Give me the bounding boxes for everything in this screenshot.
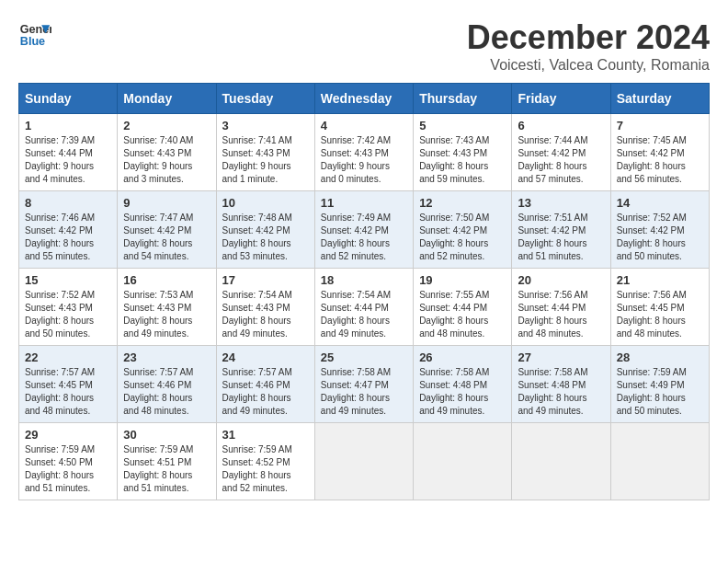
calendar-cell: 19Sunrise: 7:55 AM Sunset: 4:44 PM Dayli… bbox=[414, 269, 512, 346]
svg-text:Blue: Blue bbox=[20, 35, 45, 48]
calendar-cell: 11Sunrise: 7:49 AM Sunset: 4:42 PM Dayli… bbox=[314, 191, 413, 269]
weekday-header: Saturday bbox=[610, 84, 709, 114]
calendar-cell: 15Sunrise: 7:52 AM Sunset: 4:43 PM Dayli… bbox=[19, 269, 118, 346]
calendar-cell: 27Sunrise: 7:58 AM Sunset: 4:48 PM Dayli… bbox=[512, 346, 610, 423]
day-info: Sunrise: 7:58 AM Sunset: 4:48 PM Dayligh… bbox=[518, 366, 604, 418]
calendar-cell: 25Sunrise: 7:58 AM Sunset: 4:47 PM Dayli… bbox=[314, 346, 413, 423]
day-info: Sunrise: 7:53 AM Sunset: 4:43 PM Dayligh… bbox=[123, 289, 210, 340]
calendar-cell: 12Sunrise: 7:50 AM Sunset: 4:42 PM Dayli… bbox=[414, 191, 512, 269]
day-info: Sunrise: 7:57 AM Sunset: 4:46 PM Dayligh… bbox=[123, 366, 210, 418]
calendar-cell: 26Sunrise: 7:58 AM Sunset: 4:48 PM Dayli… bbox=[414, 346, 512, 423]
calendar-cell bbox=[610, 423, 709, 500]
logo: General Blue bbox=[18, 18, 51, 52]
day-number: 3 bbox=[222, 119, 309, 132]
day-info: Sunrise: 7:48 AM Sunset: 4:42 PM Dayligh… bbox=[222, 212, 309, 263]
day-number: 21 bbox=[617, 273, 703, 287]
day-info: Sunrise: 7:55 AM Sunset: 4:44 PM Dayligh… bbox=[419, 289, 506, 340]
calendar-cell bbox=[314, 423, 413, 500]
day-info: Sunrise: 7:52 AM Sunset: 4:43 PM Dayligh… bbox=[25, 289, 111, 340]
day-info: Sunrise: 7:57 AM Sunset: 4:46 PM Dayligh… bbox=[222, 366, 309, 418]
calendar-cell bbox=[512, 423, 610, 500]
day-number: 7 bbox=[617, 119, 703, 132]
calendar-cell: 3Sunrise: 7:41 AM Sunset: 4:43 PM Daylig… bbox=[216, 114, 314, 191]
day-number: 14 bbox=[617, 196, 703, 210]
day-number: 8 bbox=[25, 196, 111, 210]
day-info: Sunrise: 7:56 AM Sunset: 4:45 PM Dayligh… bbox=[617, 289, 703, 340]
weekday-header: Tuesday bbox=[216, 84, 314, 114]
day-number: 11 bbox=[321, 196, 407, 210]
day-info: Sunrise: 7:59 AM Sunset: 4:49 PM Dayligh… bbox=[617, 366, 703, 418]
day-number: 20 bbox=[518, 273, 604, 287]
day-info: Sunrise: 7:57 AM Sunset: 4:45 PM Dayligh… bbox=[25, 366, 111, 418]
calendar-cell: 7Sunrise: 7:45 AM Sunset: 4:42 PM Daylig… bbox=[610, 114, 709, 191]
day-info: Sunrise: 7:56 AM Sunset: 4:44 PM Dayligh… bbox=[518, 289, 604, 340]
calendar-cell: 29Sunrise: 7:59 AM Sunset: 4:50 PM Dayli… bbox=[19, 423, 118, 500]
day-number: 13 bbox=[518, 196, 604, 210]
calendar-week-row: 15Sunrise: 7:52 AM Sunset: 4:43 PM Dayli… bbox=[19, 269, 710, 346]
calendar-week-row: 8Sunrise: 7:46 AM Sunset: 4:42 PM Daylig… bbox=[19, 191, 710, 269]
day-number: 26 bbox=[419, 350, 506, 364]
calendar-cell: 10Sunrise: 7:48 AM Sunset: 4:42 PM Dayli… bbox=[216, 191, 314, 269]
day-number: 6 bbox=[518, 119, 604, 132]
day-info: Sunrise: 7:42 AM Sunset: 4:43 PM Dayligh… bbox=[321, 134, 407, 186]
calendar-cell: 18Sunrise: 7:54 AM Sunset: 4:44 PM Dayli… bbox=[314, 269, 413, 346]
calendar-cell: 2Sunrise: 7:40 AM Sunset: 4:43 PM Daylig… bbox=[118, 114, 216, 191]
day-number: 18 bbox=[321, 273, 407, 287]
calendar-cell: 6Sunrise: 7:44 AM Sunset: 4:42 PM Daylig… bbox=[512, 114, 610, 191]
day-number: 2 bbox=[123, 119, 210, 132]
weekday-header-row: SundayMondayTuesdayWednesdayThursdayFrid… bbox=[19, 84, 710, 114]
calendar-week-row: 29Sunrise: 7:59 AM Sunset: 4:50 PM Dayli… bbox=[19, 423, 710, 500]
day-number: 25 bbox=[321, 350, 407, 364]
day-number: 28 bbox=[617, 350, 703, 364]
day-number: 24 bbox=[222, 350, 309, 364]
day-info: Sunrise: 7:59 AM Sunset: 4:51 PM Dayligh… bbox=[123, 443, 210, 495]
location-title: Voicesti, Valcea County, Romania bbox=[467, 57, 710, 74]
calendar-cell: 4Sunrise: 7:42 AM Sunset: 4:43 PM Daylig… bbox=[314, 114, 413, 191]
day-number: 16 bbox=[123, 273, 210, 287]
calendar-week-row: 1Sunrise: 7:39 AM Sunset: 4:44 PM Daylig… bbox=[19, 114, 710, 191]
calendar-cell: 23Sunrise: 7:57 AM Sunset: 4:46 PM Dayli… bbox=[118, 346, 216, 423]
day-info: Sunrise: 7:46 AM Sunset: 4:42 PM Dayligh… bbox=[25, 212, 111, 263]
calendar-cell: 28Sunrise: 7:59 AM Sunset: 4:49 PM Dayli… bbox=[610, 346, 709, 423]
day-info: Sunrise: 7:39 AM Sunset: 4:44 PM Dayligh… bbox=[25, 134, 111, 186]
calendar-cell: 30Sunrise: 7:59 AM Sunset: 4:51 PM Dayli… bbox=[118, 423, 216, 500]
calendar-cell: 24Sunrise: 7:57 AM Sunset: 4:46 PM Dayli… bbox=[216, 346, 314, 423]
day-info: Sunrise: 7:51 AM Sunset: 4:42 PM Dayligh… bbox=[518, 212, 604, 263]
day-info: Sunrise: 7:41 AM Sunset: 4:43 PM Dayligh… bbox=[222, 134, 309, 186]
day-number: 12 bbox=[419, 196, 506, 210]
calendar-cell bbox=[414, 423, 512, 500]
day-info: Sunrise: 7:52 AM Sunset: 4:42 PM Dayligh… bbox=[617, 212, 703, 263]
calendar-cell: 14Sunrise: 7:52 AM Sunset: 4:42 PM Dayli… bbox=[610, 191, 709, 269]
day-info: Sunrise: 7:59 AM Sunset: 4:50 PM Dayligh… bbox=[25, 443, 111, 495]
day-number: 15 bbox=[25, 273, 111, 287]
month-title: December 2024 bbox=[467, 18, 710, 57]
weekday-header: Monday bbox=[118, 84, 216, 114]
day-number: 9 bbox=[123, 196, 210, 210]
day-info: Sunrise: 7:58 AM Sunset: 4:48 PM Dayligh… bbox=[419, 366, 506, 418]
day-number: 31 bbox=[222, 428, 309, 442]
day-info: Sunrise: 7:58 AM Sunset: 4:47 PM Dayligh… bbox=[321, 366, 407, 418]
calendar-cell: 5Sunrise: 7:43 AM Sunset: 4:43 PM Daylig… bbox=[414, 114, 512, 191]
weekday-header: Wednesday bbox=[314, 84, 413, 114]
day-number: 17 bbox=[222, 273, 309, 287]
weekday-header: Thursday bbox=[414, 84, 512, 114]
day-number: 5 bbox=[419, 119, 506, 132]
day-number: 19 bbox=[419, 273, 506, 287]
calendar-cell: 17Sunrise: 7:54 AM Sunset: 4:43 PM Dayli… bbox=[216, 269, 314, 346]
calendar-week-row: 22Sunrise: 7:57 AM Sunset: 4:45 PM Dayli… bbox=[19, 346, 710, 423]
day-info: Sunrise: 7:54 AM Sunset: 4:43 PM Dayligh… bbox=[222, 289, 309, 340]
calendar-cell: 21Sunrise: 7:56 AM Sunset: 4:45 PM Dayli… bbox=[610, 269, 709, 346]
day-info: Sunrise: 7:59 AM Sunset: 4:52 PM Dayligh… bbox=[222, 443, 309, 495]
weekday-header: Sunday bbox=[19, 84, 118, 114]
weekday-header: Friday bbox=[512, 84, 610, 114]
day-info: Sunrise: 7:40 AM Sunset: 4:43 PM Dayligh… bbox=[123, 134, 210, 186]
day-info: Sunrise: 7:50 AM Sunset: 4:42 PM Dayligh… bbox=[419, 212, 506, 263]
day-number: 23 bbox=[123, 350, 210, 364]
day-number: 22 bbox=[25, 350, 111, 364]
calendar-table: SundayMondayTuesdayWednesdayThursdayFrid… bbox=[18, 83, 710, 500]
day-info: Sunrise: 7:45 AM Sunset: 4:42 PM Dayligh… bbox=[617, 134, 703, 186]
day-info: Sunrise: 7:54 AM Sunset: 4:44 PM Dayligh… bbox=[321, 289, 407, 340]
title-section: December 2024 Voicesti, Valcea County, R… bbox=[467, 18, 710, 74]
calendar-cell: 22Sunrise: 7:57 AM Sunset: 4:45 PM Dayli… bbox=[19, 346, 118, 423]
calendar-cell: 16Sunrise: 7:53 AM Sunset: 4:43 PM Dayli… bbox=[118, 269, 216, 346]
